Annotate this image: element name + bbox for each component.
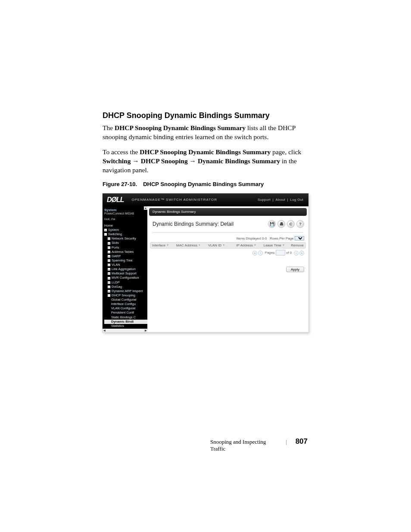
expand-icon[interactable]: +	[108, 286, 110, 288]
sidebar-scrollbar[interactable]: ◀ ▶	[103, 329, 147, 332]
tree-node-label: VLAN Configurat	[111, 306, 135, 310]
tree-node[interactable]: Global Configurat	[104, 298, 147, 302]
figure-title: DHCP Snooping Dynamic Bindings Summary	[143, 181, 264, 187]
collapse-icon[interactable]: -	[108, 294, 110, 297]
expand-icon[interactable]: +	[108, 277, 110, 280]
nav-tree[interactable]: Home+System-Switching+Network Security+S…	[104, 224, 147, 328]
rows-per-page-select[interactable]: 0	[295, 236, 304, 240]
collapse-icon[interactable]: -	[104, 233, 107, 236]
expand-icon[interactable]: +	[108, 272, 110, 275]
footer-separator: |	[286, 439, 287, 445]
dell-logo: DØLL	[107, 196, 124, 204]
tree-node-label: Slots	[112, 241, 119, 245]
items-displayed: Items Displayed 0-0	[237, 236, 267, 240]
page-last-icon[interactable]: »	[299, 251, 304, 255]
tree-node[interactable]: +Spanning Tree	[104, 258, 147, 263]
expand-icon[interactable]: +	[108, 281, 110, 284]
col-lease[interactable]: Lease Time▼	[258, 243, 285, 247]
system-label: System	[104, 208, 147, 212]
tree-node[interactable]: Home	[104, 224, 147, 228]
sort-icon: ▼	[254, 244, 256, 246]
page-first-icon[interactable]: «	[252, 251, 257, 255]
tree-node[interactable]: Persistent Confi	[104, 311, 147, 315]
tree-node[interactable]: +Address Tables	[104, 250, 147, 254]
sort-icon: ▼	[222, 244, 225, 246]
scroll-up-icon[interactable]: ▲	[144, 206, 147, 210]
tree-node[interactable]: -DHCP Snooping	[104, 293, 147, 298]
expand-icon[interactable]: +	[108, 268, 110, 271]
system-model: PowerConnect M6348	[104, 212, 147, 215]
app-name: OPENMANAGE™ SWITCH ADMINISTRATOR	[132, 198, 217, 202]
text-bold: Switching	[103, 157, 131, 165]
apply-button[interactable]: Apply	[286, 267, 304, 272]
app-topbar: DØLL OPENMANAGE™ SWITCH ADMINISTRATOR Su…	[103, 193, 308, 206]
tree-node[interactable]: +GARP	[104, 254, 147, 258]
tree-node-label: LLDP	[112, 280, 120, 284]
expand-icon[interactable]: +	[108, 251, 110, 253]
text-bold: DHCP Snooping Dynamic Bindings Summary	[140, 148, 271, 156]
tree-node[interactable]: +Ports	[104, 246, 147, 250]
arrow: →	[131, 157, 140, 165]
tree-node-label: Spanning Tree	[112, 258, 133, 262]
page-next-icon[interactable]: ›	[294, 251, 299, 255]
expand-icon[interactable]: +	[108, 264, 110, 266]
expand-icon[interactable]: +	[108, 242, 110, 245]
col-ip[interactable]: IP Address▼	[231, 243, 256, 247]
tree-node[interactable]: +VLAN	[104, 263, 147, 267]
divider	[153, 232, 303, 233]
tree-node[interactable]: +Link Aggregation	[104, 267, 147, 271]
col-vlan[interactable]: VLAN ID▼	[208, 243, 230, 247]
expand-icon[interactable]: +	[108, 246, 110, 249]
page-of-total: of 0	[286, 251, 292, 255]
about-link[interactable]: About	[276, 198, 285, 202]
expand-icon[interactable]: +	[104, 229, 107, 231]
expand-icon[interactable]: +	[108, 237, 110, 240]
tree-node[interactable]: Dynamic Bindi	[104, 320, 147, 324]
tree-node[interactable]: +MVR Configuration	[104, 276, 147, 280]
tree-node-label: GARP	[112, 254, 121, 258]
expand-icon[interactable]: +	[108, 255, 110, 258]
tree-node-label: Static Bindings C	[111, 315, 136, 319]
tree-node[interactable]: -Switching	[104, 232, 147, 236]
scroll-left-icon[interactable]: ◀	[103, 329, 106, 332]
col-remove: Remove	[286, 243, 304, 247]
expand-icon[interactable]: +	[108, 259, 110, 262]
panel-toolbar: 💾 🖶 C ?	[268, 220, 304, 228]
text-bold: Dynamic Bindings Summary	[198, 157, 280, 165]
page-input[interactable]	[276, 250, 285, 255]
print-icon[interactable]: 🖶	[277, 220, 285, 228]
tree-node-label: Link Aggregation	[112, 267, 136, 271]
tree-node[interactable]: +Slots	[104, 241, 147, 245]
tree-node[interactable]: +Network Security	[104, 236, 147, 241]
col-mac[interactable]: MAC Address▼	[176, 243, 206, 247]
tree-node[interactable]: +Dot1ag	[104, 285, 147, 289]
tree-node[interactable]: Static Bindings C	[104, 315, 147, 320]
text-bold: DHCP Snooping Dynamic Bindings Summary	[115, 124, 246, 131]
scroll-right-icon[interactable]: ▶	[144, 329, 147, 332]
tree-node[interactable]: +Dynamic ARP Inspect	[104, 289, 147, 293]
col-interface[interactable]: Interface▼	[152, 243, 174, 247]
sort-icon: ▼	[282, 244, 285, 246]
save-icon[interactable]: 💾	[268, 220, 276, 228]
pages-label: Pages	[265, 251, 275, 255]
tree-node[interactable]: VLAN Configurat	[104, 306, 147, 311]
logout-link[interactable]: Log Out	[290, 198, 303, 202]
text: To access the	[103, 148, 140, 156]
tree-node[interactable]: +LLDP	[104, 280, 147, 285]
tree-node-label: Dynamic ARP Inspect	[112, 289, 143, 293]
support-link[interactable]: Support	[258, 198, 271, 202]
tree-node[interactable]: Interface Configu	[104, 302, 147, 306]
tree-node[interactable]: Statistics	[104, 324, 147, 328]
tree-node-label: MVR Configuration	[112, 276, 139, 280]
tree-node-label: Home	[104, 224, 113, 227]
top-links: Support | About | Log Out	[257, 198, 304, 202]
page-prev-icon[interactable]: ‹	[258, 251, 263, 255]
refresh-icon[interactable]: C	[287, 220, 295, 228]
main-panel: Dynamic Bindings Summary 💾 🖶 C ? Dynamic…	[147, 206, 308, 332]
tree-node-label: Ports	[112, 246, 119, 249]
help-icon[interactable]: ?	[296, 220, 304, 228]
expand-icon[interactable]: +	[108, 290, 110, 292]
scroll-track[interactable]	[106, 329, 144, 332]
tree-node[interactable]: +Multicast Support	[104, 271, 147, 276]
tree-node[interactable]: +System	[104, 228, 147, 232]
